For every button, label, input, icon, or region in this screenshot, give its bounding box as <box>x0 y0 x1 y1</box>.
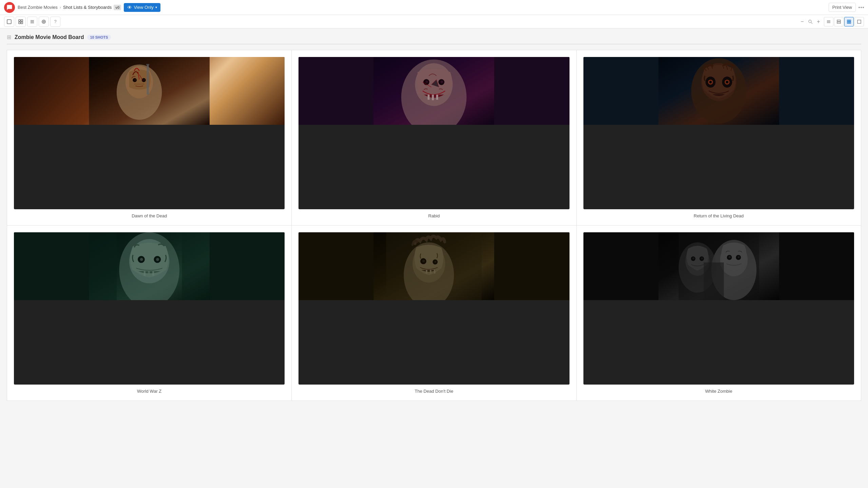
mood-image-placeholder-dawn <box>14 57 285 125</box>
svg-point-10 <box>809 20 811 23</box>
page-title-row: ⊞ Zombie Movie Mood Board 10 SHOTS <box>7 34 861 44</box>
mood-cell-rabid[interactable]: Rabid <box>292 50 576 225</box>
svg-rect-93 <box>658 232 779 300</box>
svg-rect-2 <box>21 20 23 21</box>
mood-cell-wwz[interactable]: World War Z <box>7 226 291 401</box>
mood-cell-return[interactable]: Return of the Living Dead <box>577 50 861 225</box>
shots-badge: 10 SHOTS <box>87 35 111 40</box>
mood-caption-white-zombie: White Zombie <box>705 389 732 394</box>
zoom-icon <box>808 19 813 24</box>
main-content: ⊞ Zombie Movie Mood Board 10 SHOTS <box>0 28 868 406</box>
svg-point-9 <box>43 21 44 22</box>
svg-line-11 <box>811 22 812 24</box>
mood-image-white-zombie <box>583 232 854 385</box>
view-mode-buttons <box>824 17 864 26</box>
mood-caption-return: Return of the Living Dead <box>694 213 744 218</box>
toolbar-btn-circle[interactable] <box>39 17 49 27</box>
svg-rect-19 <box>847 22 849 23</box>
breadcrumb-sep: › <box>60 5 61 10</box>
svg-rect-52 <box>658 57 779 125</box>
svg-rect-31 <box>89 57 210 125</box>
mood-image-return <box>583 57 854 209</box>
toolbar-right: − + <box>798 17 864 26</box>
svg-rect-16 <box>837 22 841 23</box>
toolbar-btn-list[interactable] <box>27 17 37 27</box>
eye-icon: 👁 <box>127 5 132 10</box>
toolbar-btn-help[interactable]: ? <box>50 17 60 27</box>
svg-rect-77 <box>374 232 495 300</box>
print-view-button[interactable]: Print View <box>829 3 856 12</box>
svg-rect-15 <box>837 20 841 21</box>
mood-image-rabid <box>298 57 569 209</box>
mood-cell-dead-dont[interactable]: The Dead Don't Die <box>292 226 576 401</box>
svg-rect-17 <box>847 20 849 21</box>
svg-point-8 <box>42 20 45 23</box>
more-options-button[interactable] <box>859 7 864 8</box>
mood-board-icon: ⊞ <box>7 34 11 40</box>
mood-image-placeholder-rabid <box>298 57 569 125</box>
mood-image-dawn <box>14 57 285 209</box>
view-compact-button[interactable] <box>834 17 844 26</box>
view-large-button[interactable] <box>854 17 864 26</box>
svg-rect-20 <box>849 22 851 23</box>
mood-image-wwz <box>14 232 285 385</box>
mood-image-placeholder-dead-dont <box>298 232 569 300</box>
mood-caption-dead-dont: The Dead Don't Die <box>415 389 454 394</box>
toolbar-btn-grid[interactable] <box>16 17 26 27</box>
mood-caption-wwz: World War Z <box>137 389 161 394</box>
app-logo[interactable] <box>4 2 15 13</box>
breadcrumb: Best Zombie Movies › Shot Lists & Storyb… <box>18 5 121 10</box>
view-only-label: View Only <box>134 5 153 10</box>
breadcrumb-section[interactable]: Shot Lists & Storyboards <box>63 5 112 10</box>
svg-rect-18 <box>849 20 851 21</box>
mood-image-placeholder-wwz <box>14 232 285 300</box>
question-mark-icon: ? <box>54 19 56 24</box>
svg-rect-3 <box>19 22 20 24</box>
mood-caption-dawn: Dawn of the Dead <box>132 213 167 218</box>
mood-cell-dawn[interactable]: Dawn of the Dead <box>7 50 291 225</box>
toolbar: ? − + <box>0 15 868 28</box>
svg-rect-42 <box>374 57 495 125</box>
version-badge: v0 <box>114 5 121 10</box>
view-grid-button[interactable] <box>844 17 854 26</box>
mood-caption-rabid: Rabid <box>428 213 440 218</box>
svg-rect-0 <box>7 20 11 24</box>
mood-cell-white-zombie[interactable]: White Zombie <box>577 226 861 401</box>
zoom-in-button[interactable]: + <box>814 18 823 26</box>
breadcrumb-project[interactable]: Best Zombie Movies <box>18 5 58 10</box>
view-list-button[interactable] <box>824 17 833 26</box>
svg-rect-65 <box>89 232 210 300</box>
svg-rect-4 <box>21 22 23 24</box>
mood-board-grid: Dawn of the Dead <box>7 50 861 401</box>
chevron-down-icon: ▾ <box>155 5 157 9</box>
page-title: Zombie Movie Mood Board <box>15 34 84 40</box>
top-nav: Best Zombie Movies › Shot Lists & Storyb… <box>0 0 868 15</box>
svg-rect-21 <box>857 20 861 23</box>
zoom-out-button[interactable]: − <box>798 18 806 26</box>
svg-rect-1 <box>19 20 20 21</box>
toolbar-btn-frame[interactable] <box>4 17 14 27</box>
mood-image-placeholder-white-zombie <box>583 232 854 300</box>
mood-image-placeholder-return <box>583 57 854 125</box>
view-only-button[interactable]: 👁 View Only ▾ <box>124 3 160 12</box>
mood-image-dead-dont <box>298 232 569 385</box>
